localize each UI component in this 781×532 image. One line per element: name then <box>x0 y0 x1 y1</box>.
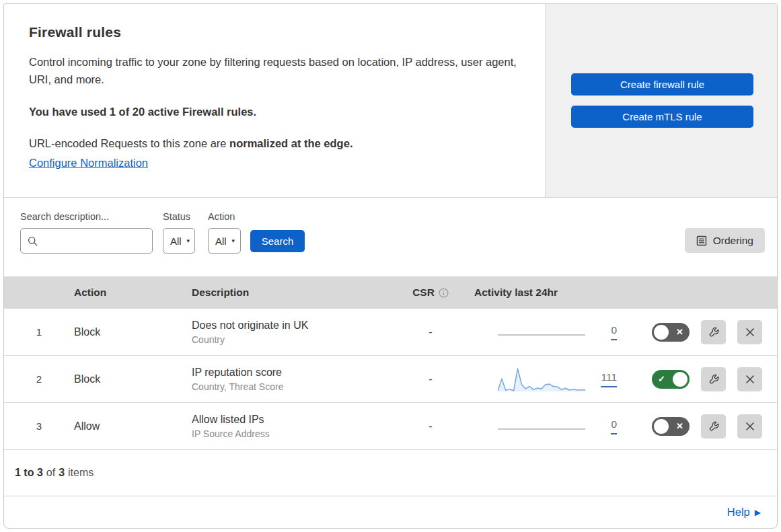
pagination-range: 1 to 3 <box>15 467 43 479</box>
wrench-icon <box>708 326 720 338</box>
activity-sparkline <box>498 423 585 430</box>
edit-rule-button[interactable] <box>701 320 726 344</box>
close-icon <box>745 421 755 432</box>
table-header: Action Description CSR Activity last 24h… <box>4 276 777 309</box>
rule-description: IP reputation score <box>192 367 400 379</box>
chevron-down-icon: ▼ <box>231 238 236 244</box>
header-section: Firewall rules Control incoming traffic … <box>4 4 777 198</box>
rule-action: Block <box>74 373 192 385</box>
rule-description-cell: IP reputation score Country, Threat Scor… <box>192 367 400 392</box>
delete-rule-button[interactable] <box>737 320 762 344</box>
csr-column-header: CSR <box>400 287 461 299</box>
rule-priority: 2 <box>4 373 74 385</box>
chevron-down-icon: ▼ <box>186 238 191 244</box>
toggle-state-icon: ✕ <box>676 422 683 430</box>
pagination-of: of <box>46 467 55 479</box>
edit-rule-button[interactable] <box>701 414 726 439</box>
status-label: Status <box>163 211 195 222</box>
usage-summary: You have used 1 of 20 active Firewall ru… <box>29 106 518 118</box>
normalization-prefix: URL-encoded Requests to this zone are <box>29 137 229 149</box>
rule-enabled-toggle[interactable]: ✕ <box>652 323 690 342</box>
activity-sparkline <box>498 329 585 336</box>
edit-rule-button[interactable] <box>701 367 726 391</box>
header-text-block: Firewall rules Control incoming traffic … <box>4 4 545 197</box>
search-button[interactable]: Search <box>250 230 305 252</box>
search-group: Search description... <box>20 211 153 254</box>
normalization-bold: normalized at the edge. <box>229 137 352 149</box>
activity-count-link[interactable]: 111 <box>601 371 617 387</box>
rule-priority: 3 <box>4 420 74 432</box>
delete-rule-button[interactable] <box>737 367 762 391</box>
actions-panel: Create firewall rule Create mTLS rule <box>545 4 777 197</box>
help-arrow-icon: ▶ <box>755 508 761 517</box>
status-group: Status All ▼ <box>163 211 195 254</box>
page-description: Control incoming traffic to your zone by… <box>29 54 518 88</box>
ordering-button[interactable]: Ordering <box>685 228 765 253</box>
firewall-rules-page: Firewall rules Control incoming traffic … <box>3 3 778 529</box>
close-icon <box>745 327 755 338</box>
sparkline-flat-line <box>498 414 585 430</box>
rule-action: Block <box>74 326 192 338</box>
create-firewall-rule-button[interactable]: Create firewall rule <box>571 73 753 96</box>
help-label: Help <box>727 506 750 519</box>
toggle-state-icon: ✕ <box>676 328 683 336</box>
configure-normalization-link[interactable]: Configure Normalization <box>29 157 148 169</box>
help-link[interactable]: Help ▶ <box>727 506 761 519</box>
page-title: Firewall rules <box>29 24 518 40</box>
rule-enabled-toggle[interactable]: ✓ <box>652 370 690 389</box>
search-label: Search description... <box>20 211 153 222</box>
rule-priority: 1 <box>4 326 74 338</box>
wrench-icon <box>708 420 720 432</box>
close-icon <box>745 374 755 385</box>
rule-enabled-toggle[interactable]: ✕ <box>652 417 690 436</box>
rule-fields: IP Source Address <box>192 428 400 439</box>
rule-action: Allow <box>74 420 192 432</box>
activity-column-header: Activity last 24hr <box>461 287 642 299</box>
toggle-knob <box>654 419 669 434</box>
table-row: 3 Allow Allow listed IPs IP Source Addre… <box>4 403 777 450</box>
action-label: Action <box>208 211 241 222</box>
pagination-items: items <box>68 467 94 479</box>
table-row: 2 Block IP reputation score Country, Thr… <box>4 356 777 403</box>
toggle-knob <box>654 325 669 340</box>
rule-csr-value: - <box>400 326 461 338</box>
search-icon <box>28 236 38 246</box>
table-row: 1 Block Does not originate in UK Country… <box>4 309 777 356</box>
pagination-summary: 1 to 3 of 3 items <box>4 450 777 496</box>
toggle-knob <box>673 372 687 387</box>
action-column-header: Action <box>74 287 192 299</box>
rule-controls: ✓ <box>642 367 777 391</box>
normalization-text: URL-encoded Requests to this zone are no… <box>29 137 518 150</box>
rule-fields: Country, Threat Score <box>192 381 400 392</box>
filter-bar: Search description... Status All ▼ Actio… <box>4 198 777 276</box>
search-box[interactable] <box>20 228 153 254</box>
csr-label: CSR <box>412 287 435 299</box>
sparkline-chart <box>498 366 585 393</box>
activity-count-link[interactable]: 0 <box>611 418 617 434</box>
activity-count-link[interactable]: 0 <box>611 324 617 340</box>
ordering-label: Ordering <box>713 235 753 247</box>
rule-csr-value: - <box>400 420 461 432</box>
sparkline-flat-line <box>498 319 585 336</box>
status-dropdown[interactable]: All ▼ <box>163 228 195 254</box>
rule-csr-value: - <box>400 373 461 385</box>
action-group: Action All ▼ <box>208 211 241 254</box>
rule-description: Allow listed IPs <box>192 414 400 426</box>
help-bar: Help ▶ <box>4 496 777 528</box>
wrench-icon <box>708 373 720 385</box>
status-dropdown-value: All <box>170 235 182 247</box>
description-column-header: Description <box>192 287 400 299</box>
rule-controls: ✕ <box>642 414 777 439</box>
delete-rule-button[interactable] <box>737 414 762 439</box>
rule-fields: Country <box>192 334 400 345</box>
search-input[interactable] <box>43 235 145 247</box>
info-icon[interactable] <box>439 288 449 298</box>
rule-activity-cell: 0 <box>461 418 642 434</box>
toggle-state-icon: ✓ <box>658 375 665 383</box>
action-dropdown[interactable]: All ▼ <box>208 228 241 254</box>
create-mtls-rule-button[interactable]: Create mTLS rule <box>571 106 753 128</box>
pagination-total: 3 <box>59 467 65 479</box>
rule-controls: ✕ <box>642 320 777 344</box>
activity-sparkline <box>498 366 585 393</box>
rule-description-cell: Does not originate in UK Country <box>192 319 400 345</box>
